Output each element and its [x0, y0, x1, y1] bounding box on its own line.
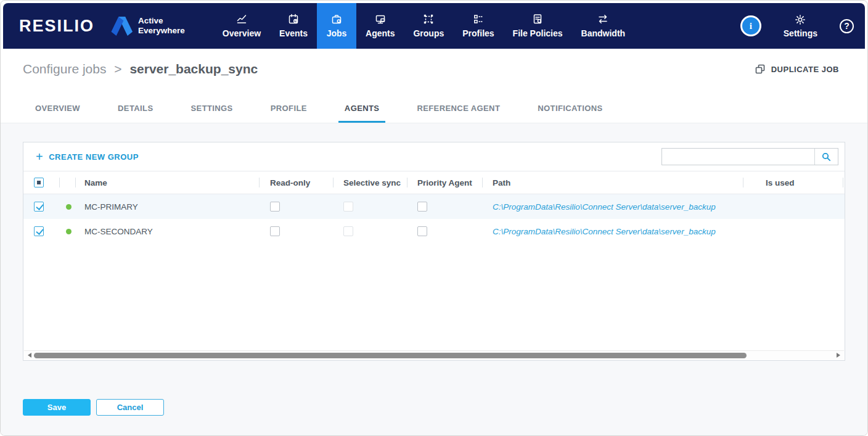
agents-table-card: + CREATE NEW GROUP [23, 142, 845, 361]
nav-item-agents[interactable]: Agents [356, 3, 404, 49]
tab-details[interactable]: DETAILS [112, 104, 159, 123]
table-row[interactable]: MC-PRIMARY C:\ProgramData\Resilio\Connec… [23, 194, 845, 219]
nav-item-events[interactable]: Events [270, 3, 317, 49]
selective-sync-checkbox [343, 226, 353, 236]
column-read-only: Read-only [259, 171, 333, 194]
agents-panel: + CREATE NEW GROUP [1, 123, 867, 435]
column-priority-agent: Priority Agent [407, 171, 482, 194]
search-button[interactable] [814, 149, 838, 165]
is-used-value [743, 219, 843, 244]
online-status-dot [66, 204, 72, 210]
horizontal-scrollbar[interactable] [24, 350, 844, 360]
tab-overview[interactable]: OVERVIEW [29, 104, 86, 123]
column-path: Path [482, 171, 743, 194]
search-box [661, 148, 838, 165]
nav-item-overview[interactable]: Overview [213, 3, 270, 49]
breadcrumb-configure-jobs[interactable]: Configure jobs [23, 62, 106, 76]
nav-item-settings[interactable]: Settings [784, 14, 817, 38]
info-icon: i [750, 21, 752, 31]
row-checkbox[interactable] [34, 202, 44, 212]
scrollbar-thumb[interactable] [34, 353, 747, 358]
read-only-checkbox[interactable] [270, 226, 280, 236]
nav-item-profiles[interactable]: Profiles [453, 3, 503, 49]
breadcrumb-row: Configure jobs > server_backup_sync DUPL… [1, 49, 867, 84]
arrows-swap-icon [597, 14, 608, 25]
briefcase-gear-icon [331, 14, 342, 25]
save-button[interactable]: Save [23, 399, 91, 416]
is-used-value [743, 194, 843, 219]
column-name: Name [75, 171, 259, 194]
tab-notifications[interactable]: NOTIFICATIONS [531, 104, 608, 123]
help-button[interactable]: ? [840, 19, 854, 33]
selective-sync-checkbox [343, 202, 353, 212]
nav-item-groups[interactable]: Groups [404, 3, 453, 49]
job-tabs: OVERVIEW DETAILS SETTINGS PROFILE AGENTS… [1, 84, 867, 123]
priority-agent-checkbox[interactable] [417, 226, 427, 236]
agent-name: MC-PRIMARY [75, 194, 259, 219]
column-filler [843, 171, 845, 194]
resilio-wordmark: RESILIO [19, 17, 94, 36]
column-is-used: Is used [743, 171, 843, 194]
online-status-dot [66, 229, 72, 234]
agent-path-link[interactable]: C:\ProgramData\Resilio\Connect Server\da… [493, 202, 716, 212]
breadcrumb-separator: > [114, 62, 121, 76]
scroll-left-arrow-icon[interactable] [28, 353, 31, 358]
gear-icon [795, 14, 806, 25]
cancel-button[interactable]: Cancel [96, 399, 164, 416]
select-all-checkbox[interactable] [34, 178, 44, 187]
duplicate-job-button[interactable]: DUPLICATE JOB [755, 64, 839, 74]
brand: RESILIO Active Everywhere [19, 16, 185, 36]
read-only-checkbox[interactable] [270, 202, 280, 212]
table-header: Name Read-only Selective sync Priority A… [23, 171, 845, 194]
nav-item-file-policies[interactable]: File Policies [504, 3, 572, 49]
tab-reference-agent[interactable]: REFERENCE AGENT [411, 104, 506, 123]
monitor-icon [375, 14, 386, 25]
selection-group-icon [423, 14, 434, 25]
product-name: Active Everywhere [138, 16, 185, 35]
app-window: RESILIO Active Everywhere Overview [0, 0, 868, 436]
calendar-clock-icon [288, 14, 299, 25]
file-gear-icon [532, 14, 543, 25]
info-button[interactable]: i [740, 15, 761, 36]
active-everywhere-logo-icon [108, 16, 133, 36]
create-new-group-button[interactable]: + CREATE NEW GROUP [36, 150, 139, 163]
search-icon [821, 152, 832, 162]
footer-actions: Save Cancel [23, 399, 867, 416]
tab-settings[interactable]: SETTINGS [184, 104, 239, 123]
column-status [59, 171, 75, 194]
breadcrumb: Configure jobs > server_backup_sync [23, 62, 258, 76]
tab-profile[interactable]: PROFILE [264, 104, 313, 123]
question-icon: ? [844, 21, 850, 31]
agent-name: MC-SECONDARY [75, 219, 259, 244]
priority-agent-checkbox[interactable] [417, 202, 427, 212]
top-navbar: RESILIO Active Everywhere Overview [3, 3, 865, 49]
table-toolbar: + CREATE NEW GROUP [23, 142, 845, 171]
row-checkbox[interactable] [34, 226, 44, 236]
page-title: server_backup_sync [129, 62, 258, 76]
main-nav: Overview Events Jobs [213, 3, 634, 49]
nav-item-jobs[interactable]: Jobs [317, 3, 356, 49]
duplicate-icon [755, 64, 765, 74]
column-selective-sync: Selective sync [333, 171, 407, 194]
search-input[interactable] [662, 149, 814, 165]
plus-icon: + [36, 150, 43, 163]
scroll-right-arrow-icon[interactable] [837, 353, 840, 358]
table-row[interactable]: MC-SECONDARY C:\ProgramData\Resilio\Conn… [23, 219, 845, 244]
chart-icon [236, 14, 247, 25]
tab-agents[interactable]: AGENTS [338, 104, 386, 123]
nav-item-bandwidth[interactable]: Bandwidth [572, 3, 635, 49]
list-squares-icon [473, 14, 484, 25]
agent-path-link[interactable]: C:\ProgramData\Resilio\Connect Server\da… [493, 227, 716, 236]
navbar-right: i Settings ? [740, 14, 865, 38]
